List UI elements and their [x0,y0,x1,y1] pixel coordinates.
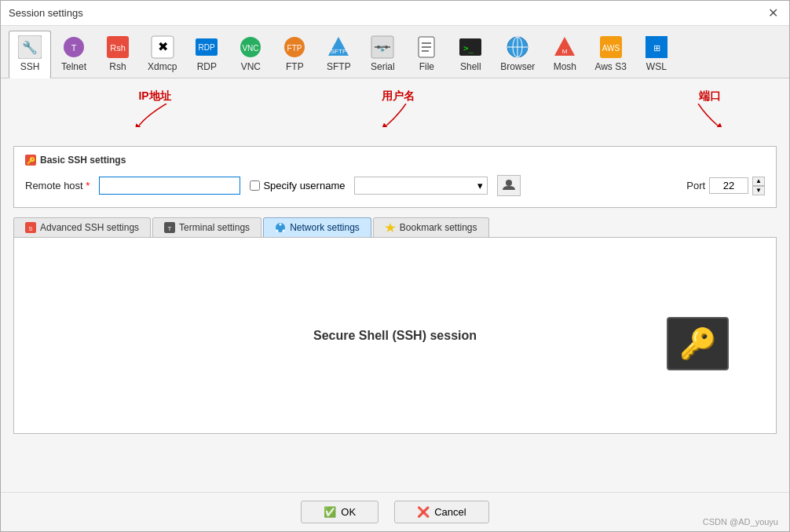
ip-annotation-label: IP地址 [138,89,170,104]
port-annotation: 端口 [690,89,730,127]
ok-button[interactable]: ✅ OK [301,501,379,523]
svg-point-39 [506,180,512,186]
basic-settings-row: Remote host * Specify username ▾ [25,175,765,196]
close-button[interactable]: ✕ [765,5,781,20]
settings-section-icon: 🔑 [25,155,36,166]
file-icon [414,35,439,60]
protocol-telnet[interactable]: T Telnet [53,31,95,78]
remote-host-label: Remote host * [25,180,90,191]
specify-username-checkbox-label[interactable]: Specify username [250,180,345,191]
shell-label: Shell [460,61,481,72]
protocol-sftp[interactable]: SFTP SFTP [317,31,360,78]
svg-text:T: T [168,225,172,232]
specify-username-checkbox[interactable] [250,180,260,191]
rdp-label: RDP [197,61,217,72]
sftp-icon: SFTP [326,35,351,60]
tab-content: Secure Shell (SSH) session 🔑 [13,238,777,434]
svg-text:VNC: VNC [243,44,259,53]
ip-arrow [131,104,178,127]
port-input[interactable] [709,177,748,194]
port-decrement-button[interactable]: ▼ [752,186,765,195]
ip-annotation: IP地址 [131,89,178,127]
protocol-vnc[interactable]: VNC VNC [229,31,272,78]
protocol-rsh[interactable]: Rsh Rsh [97,31,139,78]
cancel-icon: ❌ [417,506,430,518]
protocol-shell[interactable]: >_ Shell [449,31,492,78]
dialog-title: Session settings [9,7,83,19]
svg-text:M: M [562,48,568,55]
protocol-file[interactable]: File [405,31,448,78]
advanced-ssh-tab-label: Advanced SSH settings [40,222,139,233]
sftp-label: SFTP [327,61,351,72]
vnc-label: VNC [241,61,261,72]
aws-s3-label: Aws S3 [594,61,626,72]
user-icon [502,177,516,191]
wsl-icon: ⊞ [644,35,669,60]
specify-username-label: Specify username [263,180,345,191]
remote-host-input[interactable] [99,177,240,195]
tab-advanced-ssh[interactable]: S Advanced SSH settings [13,217,151,237]
session-label: Secure Shell (SSH) session [313,329,477,342]
protocol-wsl[interactable]: ⊞ WSL [635,31,678,78]
svg-marker-48 [385,223,396,232]
svg-text:T: T [71,43,77,53]
svg-point-47 [283,230,285,232]
network-tab-icon [275,222,286,233]
protocol-ssh[interactable]: 🔧 SSH [9,31,51,78]
sub-tabs: S Advanced SSH settings T Terminal setti… [13,217,777,238]
bookmark-tab-label: Bookmark settings [400,222,477,233]
rsh-icon: Rsh [105,35,130,60]
username-annotation-label: 用户名 [382,89,415,104]
terminal-tab-label: Terminal settings [179,222,250,233]
watermark: CSDN @AD_youyu [703,517,778,527]
svg-text:RDP: RDP [199,43,215,52]
tab-network[interactable]: Network settings [263,217,371,237]
svg-text:Rsh: Rsh [110,43,126,53]
protocol-aws-s3[interactable]: AWS Aws S3 [587,31,633,78]
protocol-ftp[interactable]: FTP FTP [273,31,316,78]
terminal-tab-icon: T [164,222,175,233]
cancel-button[interactable]: ❌ Cancel [394,501,488,523]
vnc-icon: VNC [238,35,263,60]
protocol-browser[interactable]: Browser [493,31,542,78]
protocol-xdmcp[interactable]: ✖ Xdmcp [141,31,184,78]
port-annotation-label: 端口 [699,89,721,104]
ftp-icon: FTP [282,35,307,60]
protocol-mosh[interactable]: M Mosh [543,31,586,78]
port-group: Port ▲ ▼ [686,177,765,195]
tab-terminal[interactable]: T Terminal settings [152,217,262,237]
key-icon: 🔑 [679,327,716,360]
tab-bookmark[interactable]: Bookmark settings [373,217,489,237]
bookmark-tab-icon [385,222,396,233]
advanced-ssh-tab-icon: S [25,222,36,233]
ssh-label: SSH [20,61,40,72]
xdmcp-icon: ✖ [150,35,175,60]
bottom-bar: ✅ OK ❌ Cancel [1,492,789,531]
svg-text:S: S [28,225,32,232]
port-increment-button[interactable]: ▲ [752,177,765,186]
sub-tabs-container: S Advanced SSH settings T Terminal setti… [13,217,777,434]
username-arrow [375,104,422,127]
xdmcp-label: Xdmcp [148,61,177,72]
svg-point-19 [377,46,380,49]
session-description: Secure Shell (SSH) session [313,329,477,343]
svg-point-20 [385,46,388,49]
protocol-serial[interactable]: 📡 Serial [361,31,404,78]
cancel-label: Cancel [434,506,466,518]
port-arrow [690,104,730,127]
dropdown-chevron-icon: ▾ [477,180,483,191]
aws-s3-icon: AWS [598,35,624,60]
svg-text:🔧: 🔧 [22,40,38,55]
rsh-label: Rsh [109,61,126,72]
svg-text:AWS: AWS [602,44,620,53]
mosh-label: Mosh [554,61,576,72]
protocol-rdp[interactable]: RDP RDP [185,31,228,78]
basic-ssh-settings: 🔑 Basic SSH settings Remote host * Speci… [13,146,777,208]
shell-icon: >_ [458,35,483,60]
basic-settings-title: 🔑 Basic SSH settings [25,155,765,166]
browser-icon [505,35,530,60]
username-dropdown[interactable]: ▾ [354,177,488,195]
add-user-button[interactable] [497,175,521,196]
file-label: File [419,61,434,72]
title-bar: Session settings ✕ [1,1,789,26]
